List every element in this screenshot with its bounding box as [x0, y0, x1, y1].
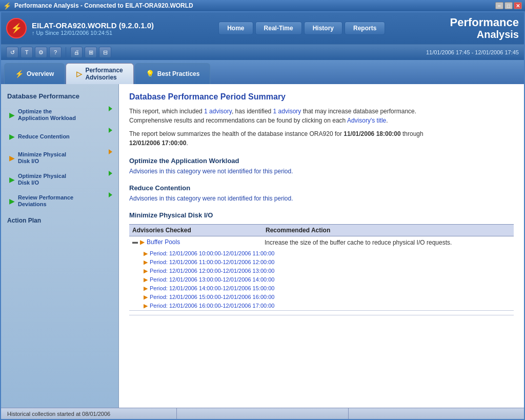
- reduce-contention-icon: ▶: [9, 132, 15, 141]
- app-logo: Performance Analysis: [450, 16, 519, 40]
- min-disk-ind-2: [109, 155, 112, 161]
- period-row-4: ▶ Period: 12/01/2006 13:00:00-12/01/2006…: [129, 275, 514, 284]
- minimize-disk-label: Minimize PhysicalDisk I/O: [18, 151, 66, 165]
- best-practices-tab-icon: 💡: [146, 70, 154, 78]
- period-icon-3: ▶: [144, 268, 148, 274]
- period-icon-7: ▶: [144, 303, 148, 309]
- overview-tab-label: Overview: [27, 70, 54, 77]
- maximize-button[interactable]: □: [504, 2, 513, 9]
- period-icon-1: ▶: [144, 250, 148, 257]
- overview-tab-icon: ⚡: [15, 70, 24, 78]
- optimize-indicators: [109, 106, 112, 124]
- review-deviations-icon: ▶: [9, 197, 15, 205]
- rev-dev-ind-3: [109, 205, 112, 210]
- period-row-3: ▶ Period: 12/01/2006 12:00:00-12/01/2006…: [129, 267, 514, 275]
- period-link-1[interactable]: Period: 12/01/2006 10:00:00-12/01/2006 1…: [150, 250, 274, 256]
- period-icon-6: ▶: [144, 294, 148, 301]
- main-window: ⚡ EILAT-ORA920.WORLD (9.2.0.1.0) ↑ Up Si…: [0, 11, 525, 420]
- report-summary-2: The report below summarizes the health o…: [129, 129, 514, 148]
- section-optimize-workload-title: Optimize the Application Workload: [129, 157, 514, 165]
- section-reduce-contention-text: Advisories in this category were not ide…: [129, 195, 514, 202]
- period-row-1: ▶ Period: 12/01/2006 10:00:00-12/01/2006…: [129, 249, 514, 258]
- help-button[interactable]: ?: [49, 47, 62, 58]
- col-header-advisories: Advisories Checked: [132, 227, 266, 234]
- min-disk-ind-1: [109, 149, 112, 154]
- reduce-contention-label: Reduce Contention: [18, 133, 70, 140]
- section-reduce-contention-title: Reduce Contention: [129, 184, 514, 192]
- statusbar-text-1: Historical collection started at 08/01/2…: [7, 411, 110, 417]
- optimize-disk-indicators: [109, 171, 112, 188]
- content: Database Performance ▶ Optimize theAppli…: [1, 84, 524, 408]
- close-button[interactable]: ✕: [514, 2, 522, 9]
- nav-realtime-button[interactable]: Real-Time: [255, 22, 302, 35]
- app-title-info: EILAT-ORA920.WORLD (9.2.0.1.0) ↑ Up Sinc…: [32, 21, 154, 36]
- text-button[interactable]: T: [21, 47, 33, 58]
- opt-disk-ind-1: [109, 171, 112, 176]
- tabs: ⚡ Overview ▷ PerformanceAdvisories 💡 Bes…: [1, 60, 524, 84]
- advisory-toggle[interactable]: ▬: [132, 238, 138, 245]
- period-link-5[interactable]: Period: 12/01/2006 14:00:00-12/01/2006 1…: [150, 285, 274, 291]
- settings-button[interactable]: ⚙: [35, 47, 47, 58]
- period-link-2[interactable]: Period: 12/01/2006 11:00:00-12/01/2006 1…: [150, 259, 274, 265]
- period-row-7: ▶ Period: 12/01/2006 16:00:00-12/01/2006…: [129, 302, 514, 310]
- period-icon-4: ▶: [144, 276, 148, 283]
- app-info: ⚡ EILAT-ORA920.WORLD (9.2.0.1.0) ↑ Up Si…: [6, 18, 154, 38]
- toolbar: ↺ T ⚙ ? 🖨 ⊞ ⊟ 11/01/2006 17:45 - 12/01/2…: [1, 44, 524, 60]
- tab-best-practices[interactable]: 💡 Best Practices: [135, 63, 211, 84]
- collapse-button[interactable]: ⊟: [99, 47, 111, 58]
- section-optimize-workload-text: Advisories in this category were not ide…: [129, 168, 514, 175]
- sidebar-item-optimize-disk[interactable]: ▶ Optimize PhysicalDisk I/O: [1, 169, 118, 190]
- expand-button[interactable]: ⊞: [85, 47, 97, 58]
- tab-performance-advisories[interactable]: ▷ PerformanceAdvisories: [66, 63, 133, 84]
- review-deviations-indicators: [109, 192, 112, 210]
- logo-line2: Analysis: [450, 29, 519, 40]
- sidebar-title: Database Performance: [1, 89, 118, 104]
- statusbar-section-3: [349, 408, 520, 419]
- advisory-buffer-pools-link[interactable]: Buffer Pools: [147, 238, 265, 246]
- toolbar-divider: [66, 47, 66, 57]
- logo-line1: Performance: [450, 16, 519, 29]
- statusbar-section-1: Historical collection started at 08/01/2…: [5, 408, 177, 419]
- period-link-7[interactable]: Period: 12/01/2006 16:00:00-12/01/2006 1…: [150, 303, 274, 309]
- refresh-button[interactable]: ↺: [6, 47, 18, 58]
- sidebar-item-minimize-disk[interactable]: ▶ Minimize PhysicalDisk I/O: [1, 147, 118, 169]
- nav-history-button[interactable]: History: [304, 22, 342, 35]
- header-top: ⚡ EILAT-ORA920.WORLD (9.2.0.1.0) ↑ Up Si…: [1, 12, 524, 44]
- report-title: Database Performance Period Summary: [129, 92, 514, 102]
- review-deviations-label: Review PerformanceDeviations: [18, 194, 73, 208]
- content-divider: [129, 315, 514, 315]
- contention-ind-3: [109, 140, 112, 145]
- period-link-4[interactable]: Period: 12/01/2006 13:00:00-12/01/2006 1…: [150, 276, 274, 283]
- sidebar-item-reduce-contention[interactable]: ▶ Reduce Contention: [1, 126, 118, 147]
- period-icon-5: ▶: [144, 285, 148, 292]
- nav-home-button[interactable]: Home: [218, 22, 253, 35]
- contention-ind-2: [109, 134, 112, 139]
- optimize-disk-icon: ▶: [9, 175, 15, 184]
- period-link-6[interactable]: Period: 12/01/2006 15:00:00-12/01/2006 1…: [150, 294, 274, 300]
- table-header: Advisories Checked Recommended Action: [129, 224, 514, 236]
- period-row-5: ▶ Period: 12/01/2006 14:00:00-12/01/2006…: [129, 284, 514, 293]
- report-summary-1: This report, which included 1 advisory, …: [129, 107, 514, 125]
- title-bar: ⚡ Performance Analysis - Connected to EI…: [0, 0, 525, 11]
- contention-ind-1: [109, 128, 112, 133]
- print-button[interactable]: 🖨: [70, 47, 83, 58]
- tab-overview[interactable]: ⚡ Overview: [4, 63, 65, 84]
- optimize-disk-label: Optimize PhysicalDisk I/O: [18, 173, 66, 186]
- sidebar-item-review-deviations[interactable]: ▶ Review PerformanceDeviations: [1, 190, 118, 212]
- statusbar-section-2: [177, 408, 349, 419]
- advisories-tab-label: PerformanceAdvisories: [85, 67, 123, 81]
- period-link-3[interactable]: Period: 12/01/2006 12:00:00-12/01/2006 1…: [150, 268, 274, 274]
- advisory-buffer-pools-row: ▬ ▶ Buffer Pools Increase the size of th…: [129, 236, 514, 249]
- col-header-action: Recommended Action: [266, 227, 511, 234]
- nav-reports-button[interactable]: Reports: [345, 22, 385, 35]
- minimize-button[interactable]: −: [495, 2, 503, 9]
- minimize-disk-indicators: [109, 149, 112, 167]
- best-practices-tab-label: Best Practices: [157, 70, 200, 77]
- header: ⚡ EILAT-ORA920.WORLD (9.2.0.1.0) ↑ Up Si…: [1, 12, 524, 84]
- minimize-disk-icon: ▶: [9, 154, 15, 162]
- sidebar-item-optimize-workload[interactable]: ▶ Optimize theApplication Workload: [1, 104, 118, 126]
- server-name: EILAT-ORA920.WORLD (9.2.0.1.0): [32, 21, 154, 30]
- advisory-buffer-pools: ▬ ▶ Buffer Pools Increase the size of th…: [129, 236, 514, 311]
- main-content[interactable]: Database Performance Period Summary This…: [119, 84, 524, 408]
- app-icon-small: ⚡: [3, 2, 11, 10]
